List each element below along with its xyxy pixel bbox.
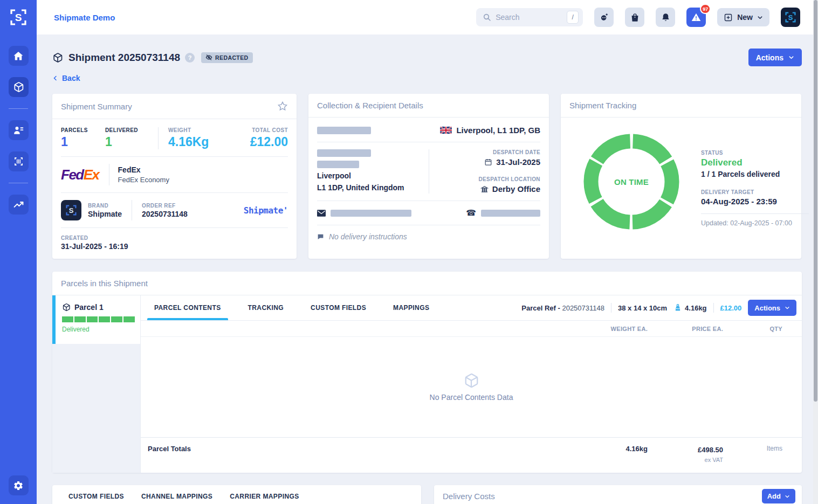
empty-box-icon bbox=[463, 372, 479, 389]
parcels-card: Parcels in this Shipment Parcel 1 Delive… bbox=[52, 272, 802, 473]
parcel-totals-price: £498.50 bbox=[698, 446, 723, 454]
recipient-city: Liverpool bbox=[317, 171, 429, 180]
chevron-down-icon bbox=[757, 15, 763, 20]
add-cost-button[interactable]: Add bbox=[762, 489, 795, 503]
carrier-service: FedEx Economy bbox=[118, 176, 169, 184]
sidebar-item-shipments[interactable] bbox=[9, 77, 29, 97]
despatch-location-value: Derby Office bbox=[492, 184, 540, 194]
contact-list-icon bbox=[13, 125, 24, 136]
tab-custom-fields[interactable]: CUSTOM FIELDS bbox=[297, 295, 380, 320]
tracking-updated-text: Updated: 02-Aug-2025 - 07:00 bbox=[701, 219, 809, 227]
chevron-down-icon bbox=[785, 494, 790, 499]
empty-message: No Parcel Contents Data bbox=[430, 393, 513, 402]
tab-custom-fields-bottom[interactable]: CUSTOM FIELDS bbox=[60, 485, 133, 504]
parcel-totals-weight: 4.16kg bbox=[572, 445, 648, 453]
actions-button[interactable]: Actions bbox=[748, 49, 802, 66]
delivery-instructions-text: No delivery instructions bbox=[329, 232, 407, 241]
search-icon bbox=[483, 13, 491, 22]
parcel-actions-label: Actions bbox=[754, 304, 780, 312]
parcel-status: Delivered bbox=[62, 326, 135, 333]
shipment-tracking-card: Shipment Tracking ON TIME STATUS Deliver… bbox=[561, 94, 801, 259]
parcel-box-icon bbox=[62, 303, 71, 312]
robot-sparkle-icon bbox=[599, 12, 610, 23]
parcel-totals-vat-note: ex VAT bbox=[648, 457, 723, 463]
created-value: 31-Jul-2025 - 16:19 bbox=[61, 242, 288, 251]
warning-triangle-icon bbox=[691, 12, 702, 23]
delivered-stat-value: 1 bbox=[105, 135, 158, 149]
account-avatar[interactable]: S bbox=[781, 8, 800, 27]
total-cost-stat-value: £12.00 bbox=[250, 135, 288, 149]
sidebar-item-barcode[interactable] bbox=[9, 151, 29, 171]
scrollbar-thumb[interactable] bbox=[814, 0, 817, 402]
tab-channel-mappings[interactable]: CHANNEL MAPPINGS bbox=[133, 485, 221, 504]
sidebar-item-home[interactable] bbox=[9, 46, 29, 66]
svg-text:S: S bbox=[15, 12, 22, 23]
help-icon[interactable]: ? bbox=[185, 53, 195, 63]
custom-fields-card: CUSTOM FIELDS CHANNEL MAPPINGS CARRIER M… bbox=[52, 485, 421, 504]
package-icon bbox=[13, 81, 24, 93]
sidebar-item-analytics[interactable] bbox=[9, 195, 29, 215]
notifications-button[interactable] bbox=[656, 8, 675, 27]
envelope-icon bbox=[317, 210, 326, 217]
column-weight-ea: WEIGHT EA. bbox=[572, 326, 648, 332]
delivery-costs-card: Delivery Costs Add DETAILS WEIGHT TYPE W… bbox=[434, 485, 802, 504]
sidebar-item-settings[interactable] bbox=[9, 475, 29, 495]
alerts-button[interactable]: 97 bbox=[686, 8, 706, 27]
orders-bag-button[interactable] bbox=[625, 8, 644, 27]
new-button-label: New bbox=[737, 13, 753, 22]
svg-text:S: S bbox=[69, 206, 74, 215]
order-ref-value: 20250731148 bbox=[142, 210, 188, 218]
parcel-actions-button[interactable]: Actions bbox=[748, 300, 796, 316]
summary-card-title: Shipment Summary bbox=[61, 102, 132, 111]
chevron-down-icon bbox=[788, 54, 794, 60]
destination-summary: Liverpool, L1 1DP, GB bbox=[456, 126, 540, 135]
parcel-list-item[interactable]: Parcel 1 Delivered bbox=[52, 295, 140, 344]
tab-tracking[interactable]: TRACKING bbox=[235, 295, 298, 320]
home-icon bbox=[13, 51, 24, 61]
redacted-sender-name bbox=[317, 127, 371, 134]
tab-mappings[interactable]: MAPPINGS bbox=[380, 295, 443, 320]
on-time-label: ON TIME bbox=[583, 134, 679, 230]
search-input[interactable] bbox=[496, 13, 560, 22]
order-ref-label: ORDER REF bbox=[142, 203, 188, 209]
main-content: Shipment 20250731148 ? REDACTED Actions … bbox=[37, 34, 818, 504]
building-icon bbox=[480, 185, 489, 193]
parcel-price: £12.00 bbox=[720, 304, 742, 312]
search-box[interactable]: / bbox=[476, 8, 583, 26]
back-link-label: Back bbox=[62, 74, 80, 82]
shipmate-wordmark: Shipmate' bbox=[244, 205, 288, 216]
app-brand: Shipmate Demo bbox=[54, 13, 115, 22]
despatch-date-value: 31-Jul-2025 bbox=[496, 157, 540, 167]
parcels-stat-value: 1 bbox=[61, 135, 105, 149]
fedex-logo: FedEx bbox=[61, 167, 99, 183]
created-label: CREATED bbox=[61, 235, 288, 241]
sidebar-item-contacts[interactable] bbox=[9, 120, 29, 140]
favourite-star-icon[interactable] bbox=[277, 101, 288, 112]
sidebar: S bbox=[0, 0, 37, 504]
shipment-box-icon bbox=[52, 52, 63, 63]
shopping-bag-icon bbox=[630, 12, 640, 23]
column-qty: QTY bbox=[723, 326, 782, 332]
new-button[interactable]: New bbox=[717, 8, 769, 26]
parcel-totals-row: Parcel Totals 4.16kg £498.50 ex VAT Item… bbox=[141, 437, 802, 473]
collection-card-title: Collection & Recipient Details bbox=[317, 101, 423, 110]
tab-parcel-contents[interactable]: PARCEL CONTENTS bbox=[141, 295, 235, 320]
alert-count-badge: 97 bbox=[700, 4, 711, 14]
sidebar-divider bbox=[9, 108, 28, 109]
contents-table-header: WEIGHT EA. PRICE EA. QTY bbox=[141, 321, 802, 337]
parcels-stat-label: PARCELS bbox=[61, 127, 105, 133]
parcel-totals-label: Parcel Totals bbox=[148, 445, 572, 453]
tab-carrier-mappings[interactable]: CARRIER MAPPINGS bbox=[221, 485, 307, 504]
svg-text:KG: KG bbox=[676, 307, 679, 310]
brand-logo-icon: S bbox=[61, 200, 81, 220]
brand-label: BRAND bbox=[88, 203, 122, 209]
weight-kg-icon: KG bbox=[673, 303, 682, 312]
plus-square-icon bbox=[724, 13, 733, 22]
ai-assistant-button[interactable] bbox=[594, 8, 614, 27]
parcels-delivered-text: 1 / 1 Parcels delivered bbox=[701, 170, 809, 178]
page-scrollbar[interactable] bbox=[813, 0, 818, 504]
back-link[interactable]: Back bbox=[52, 74, 802, 82]
delivery-costs-title: Delivery Costs bbox=[443, 492, 495, 501]
barcode-scan-icon bbox=[13, 156, 24, 167]
tracking-status-ring: ON TIME bbox=[583, 134, 679, 230]
